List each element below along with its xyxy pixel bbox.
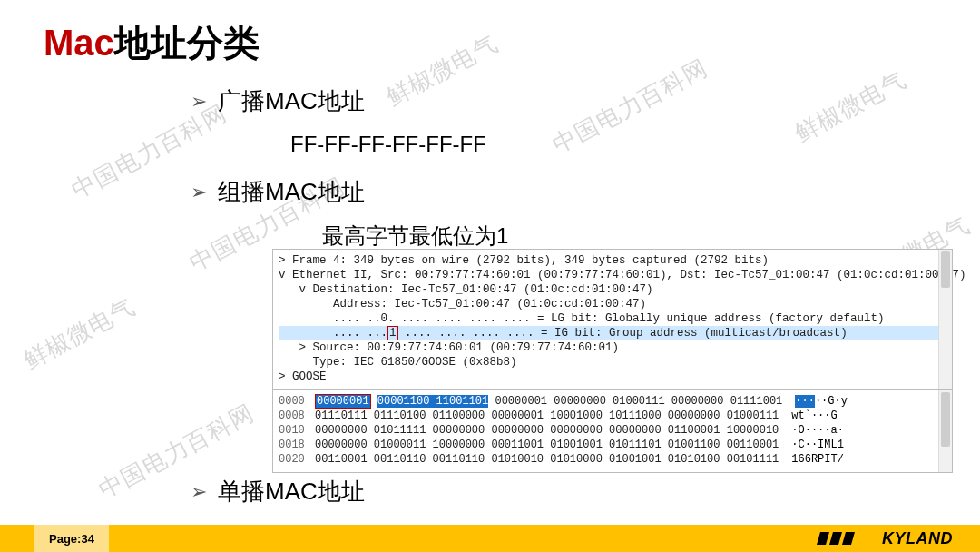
chevron-right-icon: ➢ <box>191 90 207 113</box>
tree-row[interactable]: > GOOSE <box>279 370 946 384</box>
hex-row[interactable]: 0020 00110001 00110110 00110110 01010010… <box>279 452 946 467</box>
footer-bar: Page: 34 KYLAND <box>0 525 980 552</box>
ig-bit-highlight: 1 <box>387 326 398 340</box>
brand-bars-icon <box>818 532 853 545</box>
broadcast-value: FF-FF-FF-FF-FF-FF <box>290 132 486 157</box>
hex-row[interactable]: 0000 00000001 00001100 11001101 00000001… <box>279 394 946 409</box>
packet-panel: > Frame 4: 349 bytes on wire (2792 bits)… <box>272 249 953 473</box>
watermark: 中国电力百科网 <box>547 53 713 162</box>
title-rest: 地址分类 <box>114 23 260 63</box>
tree-row[interactable]: .... ..0. .... .... .... .... = LG bit: … <box>279 311 946 326</box>
hex-offset: 0020 <box>279 452 315 467</box>
scrollbar-thumb[interactable] <box>941 251 950 288</box>
scrollbar[interactable] <box>938 250 952 389</box>
tree-row[interactable]: Type: IEC 61850/GOOSE (0x88b8) <box>279 355 946 370</box>
bullet-text: 广播MAC地址 <box>218 85 365 117</box>
title-accent: Mac <box>44 23 114 63</box>
hex-offset: 0018 <box>279 438 315 452</box>
page-label: Page: <box>49 532 81 546</box>
hex-dump: 0000 00000001 00001100 11001101 00000001… <box>273 389 952 472</box>
bullet-multicast: ➢ 组播MAC地址 <box>191 176 365 208</box>
hex-offset: 0000 <box>279 394 315 409</box>
hex-offset: 0010 <box>279 423 315 438</box>
multicast-note: 最高字节最低位为1 <box>322 222 508 251</box>
hex-offset: 0008 <box>279 409 315 423</box>
hex-row[interactable]: 0010 00000000 01011111 00000000 00000000… <box>279 423 946 438</box>
brand-logo: KYLAND <box>882 525 953 552</box>
scrollbar-thumb[interactable] <box>941 392 950 447</box>
bullet-text: 单播MAC地址 <box>218 476 365 508</box>
bullet-text: 组播MAC地址 <box>218 176 365 208</box>
hex-row[interactable]: 0018 00000000 01000011 10000000 00011001… <box>279 438 946 452</box>
hex-row[interactable]: 0008 01110111 01110100 01100000 00000001… <box>279 409 946 423</box>
page-number: 34 <box>81 532 93 546</box>
tree-row[interactable]: v Destination: Iec-Tc57_01:00:47 (01:0c:… <box>279 282 946 297</box>
watermark: 鲜椒微电气 <box>18 291 142 376</box>
chevron-right-icon: ➢ <box>191 480 207 504</box>
slide-title: Mac地址分类 <box>44 18 260 68</box>
bullet-unicast: ➢ 单播MAC地址 <box>191 476 365 508</box>
tree-row[interactable]: > Source: 00:79:77:74:60:01 (00:79:77:74… <box>279 340 946 355</box>
tree-row-selected[interactable]: .... ...1 .... .... .... .... = IG bit: … <box>279 326 946 340</box>
watermark: 鲜椒微电气 <box>789 64 913 149</box>
scrollbar[interactable] <box>938 390 952 472</box>
tree-row[interactable]: v Ethernet II, Src: 00:79:77:74:60:01 (0… <box>279 268 946 282</box>
chevron-right-icon: ➢ <box>191 181 207 204</box>
page-indicator: Page: 34 <box>34 525 109 552</box>
bullet-broadcast: ➢ 广播MAC地址 <box>191 85 365 117</box>
packet-tree: > Frame 4: 349 bytes on wire (2792 bits)… <box>273 250 952 389</box>
watermark: 鲜椒微电气 <box>381 27 505 113</box>
tree-row[interactable]: Address: Iec-Tc57_01:00:47 (01:0c:cd:01:… <box>279 297 946 311</box>
tree-row[interactable]: > Frame 4: 349 bytes on wire (2792 bits)… <box>279 253 946 268</box>
